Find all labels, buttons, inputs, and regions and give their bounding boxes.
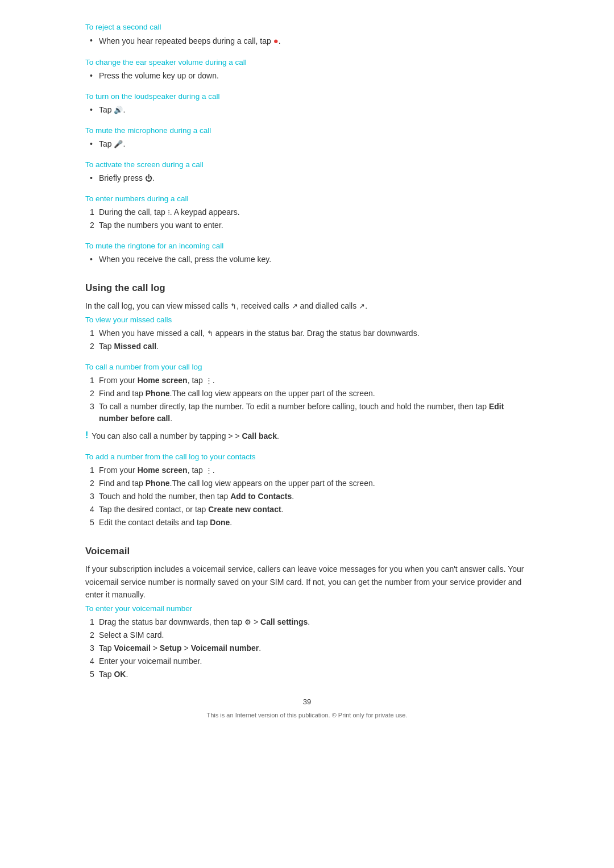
list-item: 1 From your Home screen, tap ⋮. — [85, 375, 529, 387]
section-enter-voicemail: To enter your voicemail number 1 Drag th… — [85, 604, 529, 680]
heading-enter-numbers: To enter numbers during a call — [85, 194, 529, 203]
list-item: 3 Tap Voicemail > Setup > Voicemail numb… — [85, 642, 529, 654]
heading-call-from-log: To call a number from your call log — [85, 363, 529, 371]
heading-mute-mic: To mute the microphone during a call — [85, 126, 529, 135]
section-mute-ringtone: To mute the ringtone for an incoming cal… — [85, 242, 529, 265]
grid-icon: ⋮ — [205, 375, 213, 387]
item-text: Press the volume key up or down. — [99, 71, 219, 80]
page-content: To reject a second call When you hear re… — [85, 0, 529, 753]
item-text: When you receive the call, press the vol… — [99, 255, 271, 264]
list-item: 1 When you have missed a call, ↰ appears… — [85, 327, 529, 339]
list-item: 5 Tap OK. — [85, 668, 529, 680]
list-item: 2 Select a SIM card. — [85, 629, 529, 641]
received-calls-icon: ↗ — [292, 301, 298, 313]
list-call-from-log: 1 From your Home screen, tap ⋮. 2 Find a… — [85, 375, 529, 425]
list-add-from-log: 1 From your Home screen, tap ⋮. 2 Find a… — [85, 464, 529, 529]
list-item: 4 Tap the desired contact, or tap Create… — [85, 504, 529, 516]
missed-calls-icon: ↰ — [230, 301, 237, 313]
voicemail-title: Voicemail — [85, 546, 529, 557]
power-icon: ⏻ — [145, 173, 152, 184]
section-voicemail: Voicemail If your subscription includes … — [85, 546, 529, 680]
list-item: 1 During the call, tap ⁝. A keypad appea… — [85, 206, 529, 218]
section-mute-mic: To mute the microphone during a call Tap… — [85, 126, 529, 150]
section-call-from-log: To call a number from your call log 1 Fr… — [85, 363, 529, 442]
dialled-calls-icon: ↗ — [359, 301, 365, 313]
list-view-missed: 1 When you have missed a call, ↰ appears… — [85, 327, 529, 352]
section-change-ear-speaker: To change the ear speaker volume during … — [85, 58, 529, 82]
list-item: Tap 🔊. — [85, 104, 529, 116]
list-item: When you receive the call, press the vol… — [85, 254, 529, 265]
mic-icon: 🎤 — [114, 139, 123, 150]
list-item: 1 Drag the status bar downwards, then ta… — [85, 616, 529, 628]
list-item: 2 Tap the numbers you want to enter. — [85, 219, 529, 231]
footer-note: This is an Internet version of this publ… — [85, 712, 529, 719]
settings-icon: ⚙ — [244, 617, 251, 628]
list-item: 2 Find and tap Phone.The call log view a… — [85, 477, 529, 489]
list-item: 5 Edit the contact details and tap Done. — [85, 517, 529, 529]
list-enter-voicemail: 1 Drag the status bar downwards, then ta… — [85, 616, 529, 680]
call-log-intro: In the call log, you can view missed cal… — [85, 300, 529, 313]
section-view-missed: To view your missed calls 1 When you hav… — [85, 315, 529, 352]
note-text: You can also call a number by tapping > … — [92, 430, 279, 442]
list-item: When you hear repeated beeps during a ca… — [85, 35, 529, 48]
heading-change-ear-speaker: To change the ear speaker volume during … — [85, 58, 529, 67]
note-exclamation-icon: ! — [85, 430, 88, 441]
speaker-icon: 🔊 — [114, 105, 123, 116]
missed-indicator-icon: ↰ — [207, 328, 213, 339]
list-item: 4 Enter your voicemail number. — [85, 655, 529, 667]
list-item: 3 Touch and hold the number, then tap Ad… — [85, 491, 529, 502]
list-mute-mic: Tap 🎤. — [85, 138, 529, 150]
list-mute-ringtone: When you receive the call, press the vol… — [85, 254, 529, 265]
list-item: 3 To call a number directly, tap the num… — [85, 401, 529, 425]
end-call-icon: ● — [273, 35, 279, 48]
list-item: 2 Tap Missed call. — [85, 340, 529, 352]
list-item: Tap 🎤. — [85, 138, 529, 150]
note-call-back: ! You can also call a number by tapping … — [85, 430, 529, 442]
grid-icon-2: ⋮ — [205, 465, 213, 476]
heading-loudspeaker: To turn on the loudspeaker during a call — [85, 92, 529, 101]
list-item: Briefly press ⏻. — [85, 172, 529, 184]
list-item: Press the volume key up or down. — [85, 70, 529, 82]
section-activate-screen: To activate the screen during a call Bri… — [85, 160, 529, 184]
page-number: 39 — [85, 697, 529, 706]
list-item: 1 From your Home screen, tap ⋮. — [85, 464, 529, 476]
section-add-from-log: To add a number from the call log to you… — [85, 452, 529, 529]
list-loudspeaker: Tap 🔊. — [85, 104, 529, 116]
heading-add-from-log: To add a number from the call log to you… — [85, 452, 529, 461]
voicemail-intro: If your subscription includes a voicemai… — [85, 563, 529, 601]
call-log-title: Using the call log — [85, 283, 529, 294]
heading-activate-screen: To activate the screen during a call — [85, 160, 529, 169]
heading-view-missed: To view your missed calls — [85, 315, 529, 324]
list-item: 2 Find and tap Phone.The call log view a… — [85, 388, 529, 400]
list-enter-numbers: 1 During the call, tap ⁝. A keypad appea… — [85, 206, 529, 231]
list-change-ear-speaker: Press the volume key up or down. — [85, 70, 529, 82]
section-call-log: Using the call log In the call log, you … — [85, 283, 529, 529]
heading-reject-second-call: To reject a second call — [85, 23, 529, 31]
list-reject-second-call: When you hear repeated beeps during a ca… — [85, 35, 529, 48]
list-activate-screen: Briefly press ⏻. — [85, 172, 529, 184]
section-enter-numbers: To enter numbers during a call 1 During … — [85, 194, 529, 231]
heading-mute-ringtone: To mute the ringtone for an incoming cal… — [85, 242, 529, 250]
section-loudspeaker: To turn on the loudspeaker during a call… — [85, 92, 529, 116]
heading-enter-voicemail: To enter your voicemail number — [85, 604, 529, 613]
section-reject-second-call: To reject a second call When you hear re… — [85, 23, 529, 48]
